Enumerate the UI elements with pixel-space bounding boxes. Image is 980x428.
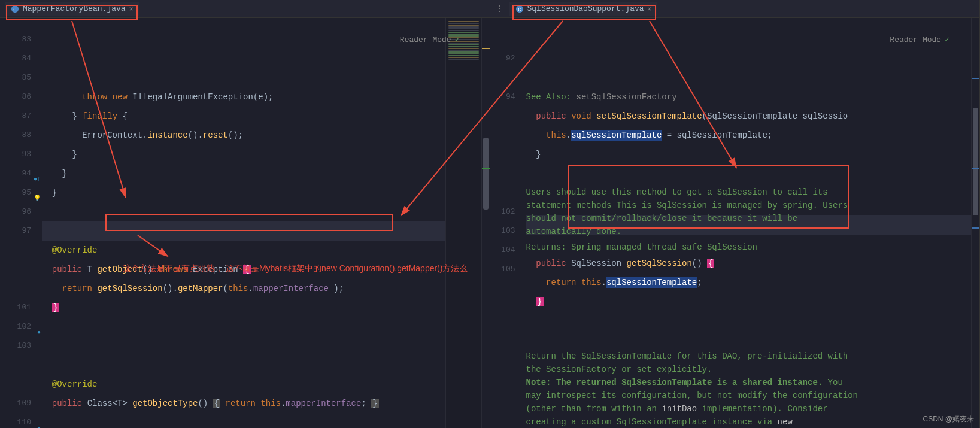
scrollbar-right[interactable] [971, 18, 979, 428]
code-right[interactable]: See Also: setSqlSessionFactory public vo… [526, 18, 972, 428]
editor-right[interactable]: 92 94 102 103 104 105 116 See Also: setS… [490, 18, 980, 428]
scrollbar-left[interactable] [481, 18, 490, 428]
left-editor-pane: C MapperFactoryBean.java ✕ Reader Mode ✓… [0, 0, 490, 428]
more-icon[interactable]: ⋮ [495, 4, 503, 14]
svg-text:C: C [518, 7, 521, 13]
editor-left[interactable]: 83 84 85 86 87 88 93 94●↑ 95💡 96 97 101 … [0, 18, 490, 428]
gutter-left: 83 84 85 86 87 88 93 94●↑ 95💡 96 97 101 … [0, 18, 42, 428]
right-editor-pane: ⋮ C SqlSessionDaoSupport.java ✕ Reader M… [490, 0, 981, 428]
java-class-icon: C [11, 5, 19, 13]
tab-filename: MapperFactoryBean.java [23, 4, 126, 13]
check-icon: ✓ [455, 35, 460, 44]
annotation-text: 这个方法是不是有点眼熟， 这不就是Mybatis框架中的new Configur… [123, 263, 468, 274]
tab-bar-left: C MapperFactoryBean.java ✕ [0, 0, 490, 18]
reader-mode-indicator[interactable]: Reader Mode ✓ [400, 35, 460, 44]
java-class-icon: C [515, 5, 524, 13]
minimap-left[interactable] [445, 18, 481, 428]
tab-sqlsessiondaosupport[interactable]: C SqlSessionDaoSupport.java ✕ [509, 2, 658, 16]
tab-mapperfactorybean[interactable]: C MapperFactoryBean.java ✕ [5, 2, 139, 16]
scrollbar-thumb[interactable] [483, 138, 489, 210]
tab-close-icon[interactable]: ✕ [129, 5, 134, 13]
svg-text:C: C [13, 7, 16, 13]
gutter-right: 92 94 102 103 104 105 116 [490, 18, 526, 428]
tab-bar-right: ⋮ C SqlSessionDaoSupport.java ✕ [490, 0, 980, 18]
scrollbar-thumb[interactable] [973, 108, 978, 215]
tab-close-icon[interactable]: ✕ [648, 5, 652, 13]
reader-mode-indicator[interactable]: Reader Mode ✓ [890, 35, 949, 44]
code-left[interactable]: throw new IllegalArgumentException(e); }… [42, 18, 445, 428]
check-icon: ✓ [945, 35, 949, 44]
tab-filename: SqlSessionDaoSupport.java [527, 4, 644, 13]
watermark: CSDN @嫣夜来 [923, 414, 974, 424]
